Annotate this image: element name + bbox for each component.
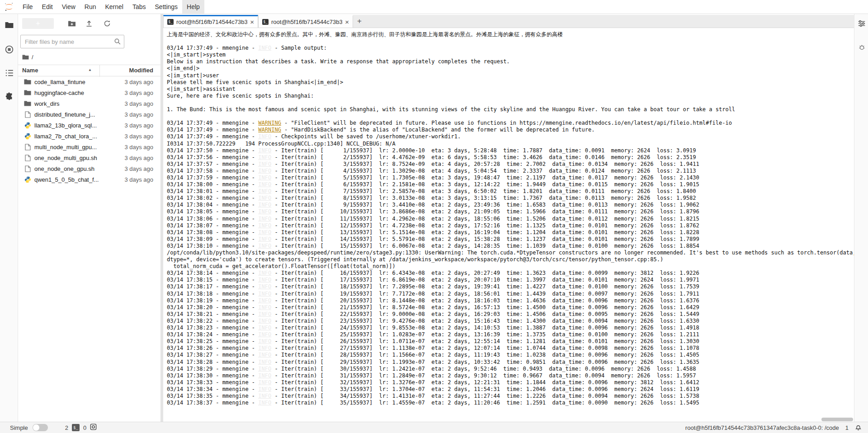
python-icon — [24, 132, 31, 140]
terminal-tab[interactable]: $_ root@h5f16fb714544c73b3 × — [163, 15, 258, 28]
extensions-icon[interactable] — [4, 91, 14, 102]
running-sessions-icon[interactable] — [4, 44, 14, 55]
file-modified: 3 days ago — [124, 111, 153, 118]
table-of-contents-icon[interactable] — [4, 67, 14, 78]
file-row[interactable]: multi_node_multi_gpu... 3 days ago — [18, 141, 160, 152]
menu-item[interactable]: Help — [182, 0, 204, 14]
file-icon — [25, 155, 31, 161]
file-name: one_node_one_gpu.sh — [34, 165, 94, 172]
file-icon — [25, 144, 31, 151]
file-row[interactable]: code_llama_fintune 3 days ago — [18, 76, 160, 87]
terminal-line: 03/14 17:38:25 - mmengine - INFO - Iter(… — [167, 338, 854, 345]
notification-bell-icon[interactable] — [855, 424, 862, 432]
file-row[interactable]: qwen1_5_0_5b_chat_f... 3 days ago — [18, 174, 160, 185]
close-tab-icon[interactable]: × — [250, 18, 254, 26]
terminal-line: 03/14 17:38:14 - mmengine - INFO - Iter(… — [167, 270, 854, 277]
file-name: distributed_finetune_j... — [34, 111, 95, 118]
terminal-line: 03/14 17:38:19 - mmengine - INFO - Iter(… — [167, 297, 854, 304]
terminal-line: 03/14 17:37:50 - mmengine - INFO - Iter(… — [167, 147, 854, 154]
refresh-icon[interactable] — [102, 19, 112, 28]
file-modified: 3 days ago — [124, 176, 153, 183]
terminal-line: 03/14 17:38:27 - mmengine - INFO - Iter(… — [167, 352, 854, 358]
kernel-icon — [90, 424, 97, 432]
left-activity-bar — [0, 14, 18, 422]
terminal-line: 03/14 17:37:49 - mmengine - WARNING - "F… — [167, 120, 854, 127]
file-modified: 3 days ago — [124, 133, 153, 140]
menu-item[interactable]: Edit — [38, 0, 57, 14]
new-folder-icon[interactable] — [67, 19, 77, 28]
file-modified: 3 days ago — [124, 89, 153, 96]
folder-icon — [24, 78, 31, 85]
debugger-icon[interactable] — [857, 42, 867, 52]
terminal-line: 03/14 17:38:22 - mmengine - INFO - Iter(… — [167, 318, 854, 325]
terminal-line: <|im_start|>system — [167, 52, 854, 58]
python-file-icon — [24, 122, 31, 129]
file-row[interactable]: distributed_finetune_j... 3 days ago — [18, 109, 160, 120]
close-tab-icon[interactable]: × — [345, 18, 349, 26]
file-row[interactable]: llama2_13b_qlora_sql... 3 days ago — [18, 120, 160, 131]
menu-item[interactable]: Run — [80, 0, 101, 14]
folder-icon — [24, 89, 31, 96]
terminal-line: 03/14 17:37:57 - mmengine - INFO - Iter(… — [167, 161, 854, 168]
filter-files-input[interactable] — [20, 35, 124, 48]
file-list-header: Name ▲ Modified — [18, 65, 160, 76]
terminal-line: total_norm_cuda = get_accelerator().Floa… — [167, 263, 854, 270]
terminal-line: 03/14 17:38:26 - mmengine - INFO - Iter(… — [167, 345, 854, 352]
filter-files-box — [20, 35, 124, 48]
terminal-count: 2 — [65, 424, 68, 431]
file-row[interactable]: work_dirs 3 days ago — [18, 98, 160, 109]
terminal-line: <|im_start|>user — [167, 72, 854, 79]
file-icon — [24, 143, 31, 151]
terminal-line: 03/14 17:38:28 - mmengine - INFO - Iter(… — [167, 359, 854, 366]
kernel-terminal-status[interactable]: 2 $_ 0 — [65, 424, 97, 432]
breadcrumb-path: / — [32, 54, 33, 61]
menu-item[interactable]: Settings — [151, 0, 183, 14]
menu-item[interactable]: Tabs — [128, 0, 151, 14]
column-name[interactable]: Name — [22, 67, 38, 74]
file-row[interactable]: one_node_one_gpu.sh 3 days ago — [18, 163, 160, 174]
menu-item[interactable]: Kernel — [100, 0, 127, 14]
folder-icon — [24, 79, 31, 85]
menu-item[interactable]: File — [18, 0, 38, 14]
jupyter-logo-icon — [0, 0, 18, 14]
tab-bar: $_ root@h5f16fb714544c73b3 × $_ root@h5f… — [163, 15, 854, 28]
upload-icon[interactable] — [84, 19, 94, 28]
terminal-line: Below is an instruction that describes a… — [167, 58, 854, 65]
terminal-output[interactable]: 上海是中国的经济、文化和政治中心，拥有众多的景点。其中，外滩、豫园、南京路步行街… — [163, 28, 854, 421]
new-tab-button[interactable]: + — [353, 15, 366, 28]
column-modified[interactable]: Modified — [129, 67, 153, 74]
file-icon — [25, 111, 31, 118]
terminal-tab[interactable]: $_ root@h5f16fb714544c73b3 × — [258, 15, 353, 28]
new-launcher-button[interactable]: + — [22, 18, 54, 29]
terminal-line: 03/14 17:38:10 - mmengine - INFO - Iter(… — [167, 243, 854, 249]
simple-mode-toggle[interactable] — [33, 424, 48, 431]
file-icon — [24, 165, 31, 172]
file-modified: 3 days ago — [124, 144, 153, 151]
kernel-count: 0 — [83, 424, 86, 431]
terminal-line: 03/14 17:38:33 - mmengine - INFO - Iter(… — [167, 379, 854, 386]
file-browser-toolbar: + — [18, 14, 160, 33]
file-icon — [24, 154, 31, 161]
file-row[interactable]: huggingface-cache 3 days ago — [18, 87, 160, 98]
terminal-line: 03/14 17:38:34 - mmengine - INFO - Iter(… — [167, 386, 854, 393]
breadcrumb[interactable]: / — [22, 52, 33, 62]
folder-icon — [24, 89, 31, 96]
horizontal-scrollbar-thumb[interactable] — [821, 418, 853, 421]
terminal-line: 03/14 17:38:08 - mmengine - INFO - Iter(… — [167, 229, 854, 236]
terminal-line: 03/14 17:38:06 - mmengine - INFO - Iter(… — [167, 216, 854, 222]
file-name: huggingface-cache — [34, 89, 84, 96]
terminal-line: <|im_end|> — [167, 65, 854, 72]
file-browser-icon[interactable] — [4, 19, 14, 30]
file-row[interactable]: llama2_7b_chat_lora_... 3 days ago — [18, 131, 160, 141]
terminal-line: I0314 17:37:50.722229 194 ProcessGroupNC… — [167, 141, 854, 147]
property-inspector-icon[interactable] — [857, 19, 867, 28]
menu-item[interactable]: View — [57, 0, 80, 14]
terminal-line — [167, 38, 854, 45]
terminal-line: /opt/conda/lib/python3.10/site-packages/… — [167, 249, 854, 256]
file-row[interactable]: one_node_multi_gpu.sh 3 days ago — [18, 152, 160, 163]
terminal-line: dtype=*, device='cuda') to create tensor… — [167, 256, 854, 263]
menu-items: FileEditViewRunKernelTabsSettingsHelp — [18, 0, 204, 14]
terminal-line: 03/14 17:37:49 - mmengine - INFO - Sampl… — [167, 45, 854, 52]
terminal-line: 03/14 17:38:21 - mmengine - INFO - Iter(… — [167, 311, 854, 318]
terminal-line: Please tell me five scenic spots in Shan… — [167, 79, 854, 86]
